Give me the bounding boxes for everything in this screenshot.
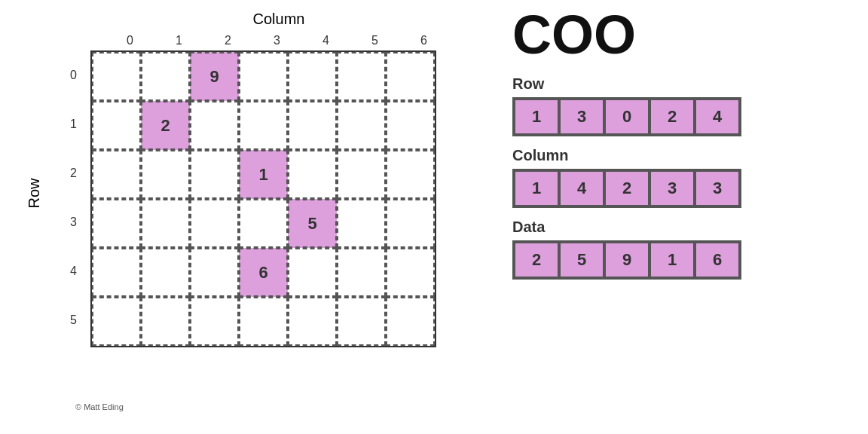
grid-cell-1-2	[190, 101, 239, 150]
row-array-section: Row 13024	[512, 75, 853, 136]
row-index-4: 4	[60, 246, 87, 295]
col-indices: 0 1 2 3 4 5 6	[105, 34, 497, 47]
row-index-2: 2	[60, 148, 87, 197]
grid-cell-3-3	[239, 199, 288, 248]
row-index-1: 1	[60, 99, 87, 148]
grid-cell-4-0	[92, 248, 141, 297]
row-array-cell-4: 4	[695, 99, 740, 135]
grid-cell-4-4	[288, 248, 337, 297]
data-array-cell-4: 6	[695, 242, 740, 278]
data-array-cell-1: 5	[559, 242, 604, 278]
grid-cell-5-0	[92, 297, 141, 346]
grid-cell-3-5	[337, 199, 386, 248]
grid-cell-2-0	[92, 150, 141, 199]
grid-cell-4-1	[141, 248, 190, 297]
data-array-cell-2: 9	[604, 242, 649, 278]
col-index-5: 5	[350, 34, 399, 47]
col-index-2: 2	[203, 34, 252, 47]
grid-cell-0-4	[288, 52, 337, 101]
grid-cell-2-6	[386, 150, 435, 199]
grid-cell-5-5	[337, 297, 386, 346]
col-index-4: 4	[301, 34, 350, 47]
row-array-cell-0: 1	[514, 99, 559, 135]
row-array-cell-2: 0	[604, 99, 649, 135]
data-array: 25916	[512, 240, 741, 280]
grid-cell-5-1	[141, 297, 190, 346]
grid-cell-2-4	[288, 150, 337, 199]
grid-cell-3-2	[190, 199, 239, 248]
column-array-section: Column 14233	[512, 147, 853, 208]
column-array-cell-3: 3	[649, 170, 695, 206]
data-array-cell-3: 1	[649, 242, 695, 278]
col-index-0: 0	[105, 34, 154, 47]
grid-cell-2-3: 1	[239, 150, 288, 199]
row-array: 13024	[512, 97, 741, 136]
col-index-3: 3	[252, 34, 301, 47]
grid-cell-5-2	[190, 297, 239, 346]
grid-cell-5-4	[288, 297, 337, 346]
column-array-cell-1: 4	[559, 170, 604, 206]
left-panel: Column Row 0 1 2 3 4 5 6 0 1 2 3 4 5	[0, 0, 497, 434]
row-title-label: Row	[26, 178, 43, 208]
matrix-area: Row 0 1 2 3 4 5 6 0 1 2 3 4 5 92156	[60, 34, 497, 347]
right-panel: COO Row 13024 Column 14233 Data 25916	[497, 0, 868, 292]
copyright-label: © Matt Eding	[75, 402, 124, 411]
grid-cell-0-3	[239, 52, 288, 101]
grid-cell-5-6	[386, 297, 435, 346]
grid-cell-4-5	[337, 248, 386, 297]
grid-cell-4-6	[386, 248, 435, 297]
data-array-label: Data	[512, 219, 853, 236]
column-array-cell-0: 1	[514, 170, 559, 206]
grid-cell-3-0	[92, 199, 141, 248]
grid-cell-0-2: 9	[190, 52, 239, 101]
row-array-cell-3: 2	[649, 99, 695, 135]
row-indices: 0 1 2 3 4 5	[60, 50, 87, 347]
grid-cell-1-1: 2	[141, 101, 190, 150]
grid-cell-2-1	[141, 150, 190, 199]
grid-cell-3-4: 5	[288, 199, 337, 248]
row-index-3: 3	[60, 197, 87, 246]
grid-cell-2-5	[337, 150, 386, 199]
grid-cell-2-2	[190, 150, 239, 199]
grid-cell-1-5	[337, 101, 386, 150]
matrix-grid: 92156	[90, 50, 436, 347]
row-array-cell-1: 3	[559, 99, 604, 135]
column-array: 14233	[512, 169, 741, 208]
row-array-label: Row	[512, 75, 853, 93]
grid-cell-1-4	[288, 101, 337, 150]
grid-cell-3-1	[141, 199, 190, 248]
row-index-5: 5	[60, 295, 87, 344]
grid-cell-0-6	[386, 52, 435, 101]
col-index-1: 1	[154, 34, 203, 47]
grid-cell-0-1	[141, 52, 190, 101]
grid-cell-0-5	[337, 52, 386, 101]
column-array-cell-2: 2	[604, 170, 649, 206]
grid-cell-5-3	[239, 297, 288, 346]
grid-cell-1-6	[386, 101, 435, 150]
column-array-cell-4: 3	[695, 170, 740, 206]
row-index-0: 0	[60, 50, 87, 99]
coo-title: COO	[512, 8, 853, 62]
grid-cell-1-0	[92, 101, 141, 150]
data-array-cell-0: 2	[514, 242, 559, 278]
grid-cell-4-3: 6	[239, 248, 288, 297]
column-array-label: Column	[512, 147, 853, 164]
grid-cell-0-0	[92, 52, 141, 101]
grid-cell-1-3	[239, 101, 288, 150]
col-index-6: 6	[399, 34, 448, 47]
matrix-body: 0 1 2 3 4 5 92156	[60, 50, 497, 347]
grid-cell-4-2	[190, 248, 239, 297]
grid-cell-3-6	[386, 199, 435, 248]
data-array-section: Data 25916	[512, 219, 853, 280]
column-title-label: Column	[60, 0, 497, 28]
